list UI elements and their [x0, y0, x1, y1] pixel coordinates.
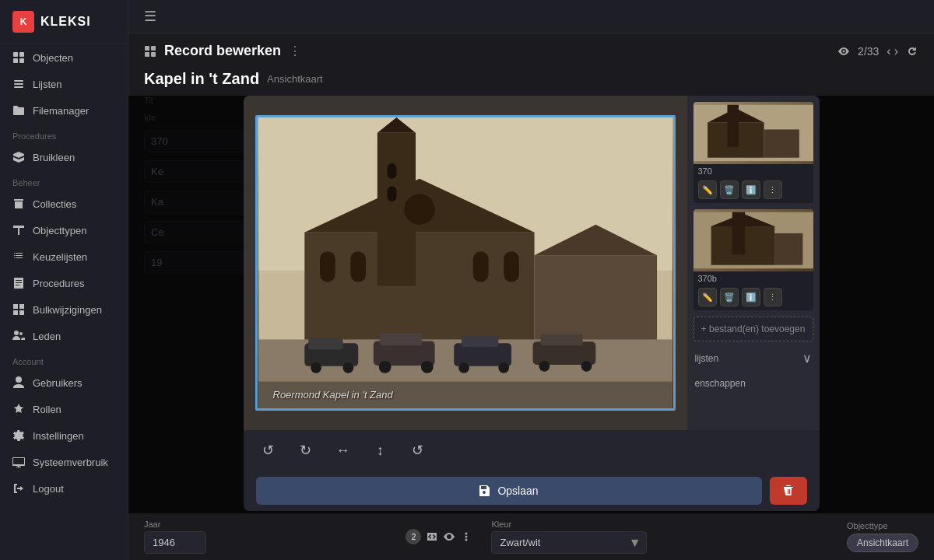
thumb-1-delete-button[interactable]: 🗑️ — [720, 180, 739, 199]
svg-rect-24 — [504, 251, 519, 282]
svg-point-56 — [465, 539, 468, 541]
record-title-bar: Kapel in 't Zand Ansichtkaart — [128, 65, 934, 96]
procedures-icon — [12, 277, 25, 289]
sidebar-label-logout: Logout — [33, 483, 64, 495]
image-button-2[interactable] — [443, 530, 455, 543]
main-image-container[interactable]: Roermond Kapel in 't Zand — [244, 96, 687, 430]
flip-vertical-button[interactable]: ↕ — [368, 438, 393, 463]
svg-rect-6 — [14, 86, 23, 88]
svg-rect-28 — [308, 338, 342, 349]
refresh-icon[interactable] — [906, 45, 918, 58]
thumb-img-1 — [693, 102, 813, 164]
svg-rect-22 — [350, 251, 366, 282]
svg-rect-36 — [462, 336, 498, 347]
topbar: ☰ — [128, 0, 934, 33]
delete-icon — [782, 485, 795, 497]
image-action-buttons: 2 — [406, 529, 472, 544]
sidebar-item-leden[interactable]: Leden — [0, 323, 128, 349]
sidebar-item-rollen[interactable]: Rollen — [0, 396, 128, 422]
kleur-select[interactable]: Zwart/wit Kleur Sepia — [491, 531, 647, 554]
page-menu-button[interactable]: ⋮ — [289, 44, 301, 58]
sidebar-item-filemanager[interactable]: Filemanager — [0, 97, 128, 124]
grid-icon — [12, 51, 25, 64]
main-content: ☰ Record bewerken ⋮ 2/33 ‹ › K — [128, 0, 934, 560]
svg-point-41 — [539, 361, 550, 372]
svg-rect-47 — [727, 105, 738, 147]
thumb-1-info-button[interactable]: ℹ️ — [742, 180, 760, 199]
svg-rect-9 — [145, 52, 149, 57]
logout-icon — [12, 482, 25, 495]
svg-rect-18 — [387, 187, 396, 202]
properties-section: enschappen — [693, 375, 813, 392]
image-button-3[interactable] — [460, 530, 472, 543]
thumb-1-more-button[interactable]: ⋮ — [764, 180, 782, 199]
thumbnail-1: 370 ✏️ 🗑️ ℹ️ ⋮ — [693, 102, 813, 203]
sidebar-item-instellingen[interactable]: Instellingen — [0, 422, 128, 449]
thumb-2-delete-button[interactable]: 🗑️ — [720, 288, 739, 306]
prev-record-button[interactable]: ‹ — [887, 44, 890, 58]
thumb-2-info-button[interactable]: ℹ️ — [742, 288, 760, 306]
flip-horizontal-button[interactable]: ↔ — [331, 438, 356, 463]
hamburger-menu-button[interactable]: ☰ — [144, 8, 156, 25]
add-media-button[interactable]: + bestand(en) toevoegen — [693, 317, 813, 341]
sidebar-item-systeemverbruik[interactable]: Systeemverbruik — [0, 449, 128, 475]
settings-icon — [12, 429, 25, 442]
image-controls: ↺ ↻ ↔ ↕ ↺ — [244, 430, 820, 471]
svg-rect-32 — [379, 334, 421, 346]
thumb-2-more-button[interactable]: ⋮ — [764, 288, 782, 306]
lists-toggle-button[interactable]: ∨ — [802, 351, 812, 366]
sidebar-item-bruikleen[interactable]: Bruikleen — [0, 144, 128, 170]
objecttype-label: Objecttype — [847, 521, 918, 530]
badge-count: 2 — [412, 533, 416, 541]
postcard-bg: Roermond Kapel in 't Zand — [258, 117, 673, 408]
svg-point-29 — [311, 362, 321, 373]
save-icon — [479, 485, 491, 497]
sidebar-item-keuzelijsten[interactable]: Keuzelijsten — [0, 243, 128, 270]
sidebar-item-bulkwijzigingen[interactable]: Bulkwijzigingen — [0, 296, 128, 323]
rotate-left-button[interactable]: ↺ — [256, 438, 281, 463]
sidebar-item-objecttypen[interactable]: Objecttypen — [0, 217, 128, 243]
sidebar-label-instellingen: Instellingen — [33, 430, 84, 442]
sidebar-label-lijsten: Lijsten — [33, 79, 62, 90]
rotate-right-button[interactable]: ↻ — [293, 438, 318, 463]
sidebar-item-procedures[interactable]: Procedures — [0, 270, 128, 296]
image-editor: Roermond Kapel in 't Zand — [244, 96, 820, 511]
svg-rect-5 — [14, 83, 23, 85]
add-media-label: bestand(en) toevoegen — [709, 324, 805, 334]
thumbnail-panel: 370 ✏️ 🗑️ ℹ️ ⋮ — [687, 96, 820, 430]
svg-point-34 — [420, 361, 433, 373]
thumb-2-actions: ✏️ 🗑️ ℹ️ ⋮ — [693, 285, 813, 310]
list-check-icon — [12, 250, 25, 263]
reset-button[interactable]: ↺ — [406, 438, 430, 463]
nav-arrows: ‹ › — [887, 44, 898, 58]
kleur-field-group: Kleur Zwart/wit Kleur Sepia ▼ — [491, 520, 647, 554]
svg-point-55 — [465, 536, 468, 538]
sidebar-item-gebruikers[interactable]: Gebruikers — [0, 369, 128, 396]
thumb-1-edit-button[interactable]: ✏️ — [698, 180, 717, 199]
objecttype-section: Objecttype Ansichtkaart — [847, 521, 918, 552]
section-procedures-label: Procedures — [0, 124, 128, 144]
thumb-2-label: 370b — [693, 271, 813, 285]
delete-button[interactable] — [770, 477, 807, 505]
svg-rect-4 — [14, 80, 23, 82]
sidebar-label-bruikleen: Bruikleen — [33, 152, 75, 163]
svg-rect-53 — [774, 233, 802, 265]
save-button[interactable]: Opslaan — [256, 477, 762, 505]
page-header-right: 2/33 ‹ › — [837, 44, 918, 58]
sidebar-item-collecties[interactable]: Collecties — [0, 191, 128, 217]
image-button-1[interactable] — [426, 530, 438, 543]
svg-rect-23 — [472, 251, 488, 282]
badge-counter[interactable]: 2 — [406, 529, 421, 544]
objecttype-tag: Ansichtkaart — [847, 534, 918, 552]
sidebar-item-logout[interactable]: Logout — [0, 475, 128, 502]
sidebar-item-lijsten[interactable]: Lijsten — [0, 71, 128, 97]
eye-icon — [837, 45, 850, 58]
svg-rect-52 — [732, 212, 744, 254]
jaar-input[interactable] — [144, 531, 206, 554]
svg-rect-40 — [540, 334, 582, 346]
next-record-button[interactable]: › — [894, 44, 898, 58]
collection-icon — [12, 198, 25, 210]
sidebar-item-objecten[interactable]: Objecten — [0, 44, 128, 71]
content-area: Tit Ide 370 Ke Ka Ce 19 — [128, 96, 934, 513]
thumb-2-edit-button[interactable]: ✏️ — [698, 288, 717, 306]
